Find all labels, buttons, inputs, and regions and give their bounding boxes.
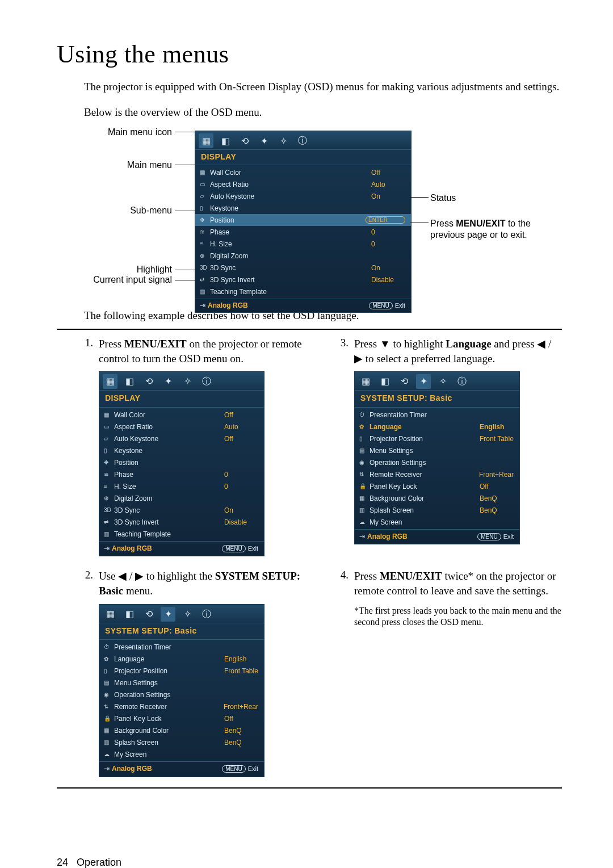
tab-setup2-icon[interactable]: ✧ xyxy=(180,374,195,389)
tab-display-icon[interactable]: ▦ xyxy=(199,133,213,148)
osd-row[interactable]: ☁My Screen xyxy=(99,748,264,760)
row-label: 3D Sync xyxy=(114,506,224,515)
row-label: 3D Sync Invert xyxy=(210,276,371,284)
row-value: 0 xyxy=(224,470,258,479)
osd-row[interactable]: ✥PositionENTER xyxy=(195,214,411,226)
tab-display-icon[interactable]: ▦ xyxy=(103,607,117,622)
osd-row[interactable]: ✿LanguageEnglish xyxy=(99,653,264,665)
tab-source-icon[interactable]: ⟲ xyxy=(397,374,412,389)
osd-row[interactable]: ⇅Remote ReceiverFront+Rear xyxy=(99,701,264,712)
tab-info-icon[interactable]: ⓘ xyxy=(199,374,214,389)
row-label: Wall Color xyxy=(114,410,224,420)
tab-setup1-icon[interactable]: ✦ xyxy=(416,374,431,389)
row-icon: ▱ xyxy=(104,435,114,443)
osd-row[interactable]: ▦Wall ColorOff xyxy=(99,409,264,421)
tab-display-icon[interactable]: ▦ xyxy=(103,374,117,389)
osd-row[interactable]: ▤Menu Settings xyxy=(99,677,264,689)
osd-row[interactable]: ▤Menu Settings xyxy=(355,445,519,456)
osd-row[interactable]: ▯Projector PositionFront Table xyxy=(355,433,519,445)
osd-row[interactable]: ⏱Presentation Timer xyxy=(99,641,264,653)
tab-display-icon[interactable]: ▦ xyxy=(358,374,373,389)
step-num-3: 3. xyxy=(329,337,349,556)
row-label: Phase xyxy=(114,470,224,479)
row-label: Projector Position xyxy=(370,434,480,443)
osd-row[interactable]: ▭Aspect RatioAuto xyxy=(99,421,264,433)
osd-row[interactable]: ⇄3D Sync InvertDisable xyxy=(195,274,411,286)
row-value: Front Table xyxy=(480,434,514,443)
tab-picture-icon[interactable]: ◧ xyxy=(122,607,137,622)
tab-source-icon[interactable]: ⟲ xyxy=(141,374,156,389)
osd-row[interactable]: 🔒Panel Key LockOff xyxy=(99,712,264,724)
osd-row[interactable]: ≋Phase0 xyxy=(195,226,411,238)
row-label: Position xyxy=(210,216,366,224)
row-value: BenQ xyxy=(224,726,258,735)
step-2: 2. Use ◀ / ▶ to highlight the SYSTEM SET… xyxy=(74,569,306,777)
tab-picture-icon[interactable]: ◧ xyxy=(377,374,392,389)
osd-row[interactable]: ▥Splash ScreenBenQ xyxy=(99,736,264,748)
osd-row[interactable]: ▯Projector PositionFront Table xyxy=(99,665,264,677)
osd-row[interactable]: ≡H. Size0 xyxy=(195,238,411,250)
step-num-4: 4. xyxy=(329,569,349,777)
osd-row[interactable]: ▱Auto KeystoneOn xyxy=(195,190,411,202)
row-label: My Screen xyxy=(370,518,480,527)
osd-row[interactable]: 3D3D SyncOn xyxy=(195,262,411,274)
osd-row[interactable]: ▱Auto KeystoneOff xyxy=(99,433,264,445)
tab-picture-icon[interactable]: ◧ xyxy=(218,133,233,148)
overview-figure: Main menu icon Main menu Sub-menu Highli… xyxy=(84,127,562,297)
osd-row[interactable]: ◉Operation Settings xyxy=(355,456,519,468)
row-label: Phase xyxy=(210,228,371,236)
osd-row[interactable]: ▦Wall ColorOff xyxy=(195,166,411,178)
tab-setup1-icon[interactable]: ✦ xyxy=(257,133,271,148)
tab-source-icon[interactable]: ⟲ xyxy=(237,133,252,148)
row-icon: ⇅ xyxy=(104,703,114,711)
tab-setup1-icon[interactable]: ✦ xyxy=(161,374,175,389)
osd-row[interactable]: ▥Teaching Template xyxy=(195,286,411,297)
row-icon: ▤ xyxy=(104,679,114,687)
tab-picture-icon[interactable]: ◧ xyxy=(122,374,137,389)
row-label: Presentation Timer xyxy=(370,410,480,420)
tab-info-icon[interactable]: ⓘ xyxy=(199,607,214,622)
row-value: Off xyxy=(224,714,258,723)
tab-setup2-icon[interactable]: ✧ xyxy=(435,374,450,389)
osd-row[interactable]: ☁My Screen xyxy=(355,516,519,528)
tab-setup2-icon[interactable]: ✧ xyxy=(276,133,291,148)
osd-row[interactable]: ▯Keystone xyxy=(99,445,264,456)
step-1: 1. Press MENU/EXIT on the projector or r… xyxy=(74,337,306,556)
row-icon: ⊕ xyxy=(104,494,114,502)
osd-row[interactable]: ▦Background ColorBenQ xyxy=(355,492,519,504)
osd-row[interactable]: ▦Background ColorBenQ xyxy=(99,724,264,736)
osd-row[interactable]: ⊕Digital Zoom xyxy=(99,492,264,504)
osd-row[interactable]: ≋Phase0 xyxy=(99,468,264,480)
osd-row[interactable]: ▭Aspect RatioAuto xyxy=(195,178,411,190)
tab-info-icon[interactable]: ⓘ xyxy=(295,133,310,148)
step-3: 3. Press ▼ to highlight Language and pre… xyxy=(329,337,562,556)
osd-row[interactable]: ≡H. Size0 xyxy=(99,480,264,492)
row-icon: ⇄ xyxy=(104,518,114,526)
tab-setup1-icon[interactable]: ✦ xyxy=(161,607,175,622)
overview-text: Below is the overview of the OSD menu. xyxy=(84,105,562,120)
osd-row[interactable]: 3D3D SyncOn xyxy=(99,504,264,516)
osd-row[interactable]: ✿LanguageEnglish xyxy=(355,421,519,433)
osd-row[interactable]: ⇅Remote ReceiverFront+Rear xyxy=(355,468,519,480)
row-icon: ▥ xyxy=(104,530,114,538)
osd-row[interactable]: ✥Position xyxy=(99,456,264,468)
tab-info-icon[interactable]: ⓘ xyxy=(455,374,469,389)
tab-setup2-icon[interactable]: ✧ xyxy=(180,607,195,622)
osd-row[interactable]: ⊕Digital Zoom xyxy=(195,250,411,262)
osd-row[interactable]: ⇄3D Sync InvertDisable xyxy=(99,516,264,528)
row-icon: ⇅ xyxy=(359,471,370,479)
osd-row[interactable]: ◉Operation Settings xyxy=(99,689,264,701)
tab-source-icon[interactable]: ⟲ xyxy=(141,607,156,622)
row-icon: ▯ xyxy=(104,667,114,675)
osd-row[interactable]: ▯Keystone xyxy=(195,202,411,214)
osd-row[interactable]: 🔒Panel Key LockOff xyxy=(355,480,519,492)
osd-row[interactable]: ▥Teaching Template xyxy=(99,528,264,540)
row-value: On xyxy=(371,192,405,200)
osd-row[interactable]: ▥Splash ScreenBenQ xyxy=(355,504,519,516)
label-sub-menu: Sub-menu xyxy=(67,206,172,216)
row-icon: ◉ xyxy=(104,691,114,699)
osd-exit[interactable]: MENUExit xyxy=(369,302,405,309)
osd-row[interactable]: ⏱Presentation Timer xyxy=(355,409,519,421)
row-icon: ⊕ xyxy=(200,253,210,259)
row-icon: ✥ xyxy=(200,217,210,223)
